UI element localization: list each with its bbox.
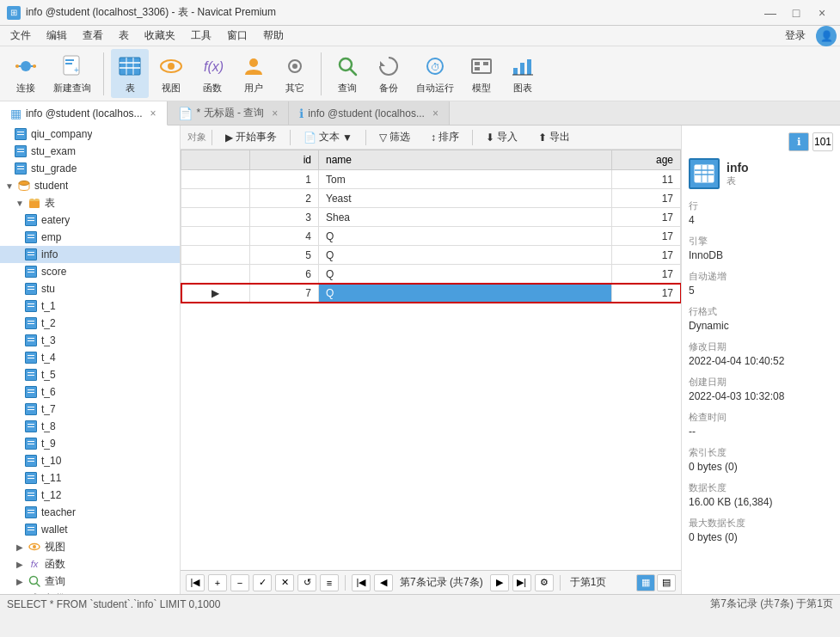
sidebar-item-t1[interactable]: t_1 xyxy=(0,297,180,315)
table-container[interactable]: id name age 1 Tom 11 2 Yeast xyxy=(181,150,681,570)
sidebar-item-t11[interactable]: t_11 xyxy=(0,469,180,487)
sort-button[interactable]: ↕ 排序 xyxy=(423,127,467,147)
menu-view[interactable]: 查看 xyxy=(76,27,110,45)
cell-name-2[interactable]: Yeast xyxy=(319,189,612,208)
toolbar-model[interactable]: 模型 xyxy=(463,49,500,98)
nav-refresh-button[interactable]: ↺ xyxy=(297,574,316,591)
nav-prev[interactable]: ◀ xyxy=(374,574,393,591)
cell-age-7[interactable]: 17 xyxy=(612,284,681,303)
sidebar-item-t5[interactable]: t_5 xyxy=(0,366,180,383)
table-row[interactable]: 5 Q 17 xyxy=(181,246,681,265)
login-button[interactable]: 登录 xyxy=(776,27,814,45)
col-header-id[interactable]: id xyxy=(250,150,319,170)
menu-file[interactable]: 文件 xyxy=(3,27,38,45)
sidebar-item-score[interactable]: score xyxy=(0,263,180,280)
sidebar-item-t12[interactable]: t_12 xyxy=(0,487,180,504)
tab-untitled-query[interactable]: 📄 * 无标题 - 查询 × xyxy=(168,101,290,125)
cell-age-2[interactable]: 17 xyxy=(612,189,681,208)
sidebar-item-student[interactable]: ▼ student xyxy=(0,177,180,194)
sidebar-item-t2[interactable]: t_2 xyxy=(0,315,180,332)
cell-name-1[interactable]: Tom xyxy=(319,170,612,189)
toolbar-function[interactable]: f(x) 函数 xyxy=(193,49,231,98)
toolbar-connect[interactable]: 连接 xyxy=(7,49,45,98)
nav-add-button[interactable]: + xyxy=(208,574,227,591)
export-button[interactable]: ⬆ 导出 xyxy=(530,127,578,147)
sidebar-item-info[interactable]: info xyxy=(0,246,180,263)
expand-backup[interactable]: ▶ xyxy=(14,592,26,594)
sidebar-item-qiu-company[interactable]: qiu_company xyxy=(0,126,180,143)
tab-info-table[interactable]: ▦ info @student (localhos... × xyxy=(0,101,168,126)
sidebar-item-t6[interactable]: t_6 xyxy=(0,383,180,401)
table-row[interactable]: 2 Yeast 17 xyxy=(181,189,681,208)
nav-goto-last[interactable]: ▶| xyxy=(512,574,531,591)
nav-cancel-button[interactable]: ✕ xyxy=(275,574,294,591)
cell-age-5[interactable]: 17 xyxy=(612,246,681,265)
close-button[interactable]: × xyxy=(811,4,833,21)
menu-table[interactable]: 表 xyxy=(112,27,136,45)
expand-tables[interactable]: ▼ xyxy=(14,197,26,209)
toolbar-backup[interactable]: 备份 xyxy=(370,49,408,98)
sidebar-item-emp[interactable]: emp xyxy=(0,229,180,246)
tab-close-1[interactable]: × xyxy=(272,107,278,119)
toolbar-view[interactable]: 视图 xyxy=(152,49,190,98)
nav-first-button[interactable]: |◀ xyxy=(186,574,205,591)
toolbar-new-query[interactable]: + 新建查询 xyxy=(48,49,96,98)
info-button[interactable]: ℹ xyxy=(788,132,809,151)
cell-name-5[interactable]: Q xyxy=(319,246,612,265)
text-button[interactable]: 📄 文本 ▼ xyxy=(296,127,360,147)
cell-id-1[interactable]: 1 xyxy=(250,170,319,189)
nav-next[interactable]: ▶ xyxy=(490,574,509,591)
cell-age-1[interactable]: 11 xyxy=(612,170,681,189)
cell-name-7[interactable]: Q xyxy=(319,284,612,303)
minimize-button[interactable]: — xyxy=(759,4,782,21)
nav-confirm-button[interactable]: ✓ xyxy=(253,574,272,591)
sidebar-item-teacher[interactable]: teacher xyxy=(0,504,180,521)
table-row[interactable]: 4 Q 17 xyxy=(181,227,681,246)
begin-transaction-button[interactable]: ▶ 开始事务 xyxy=(218,127,285,147)
table-row[interactable]: 3 Shea 17 xyxy=(181,208,681,227)
expand-functions[interactable]: ▶ xyxy=(14,558,26,570)
expand-student[interactable]: ▼ xyxy=(3,180,15,192)
maximize-button[interactable]: □ xyxy=(785,4,807,21)
nav-more-button[interactable]: ≡ xyxy=(320,574,339,591)
toolbar-table[interactable]: 表 xyxy=(111,49,149,98)
sidebar-item-stu-exam[interactable]: stu_exam xyxy=(0,143,180,160)
sidebar-item-t4[interactable]: t_4 xyxy=(0,349,180,366)
cell-id-3[interactable]: 3 xyxy=(250,208,319,227)
sidebar-item-views[interactable]: ▶ 视图 xyxy=(0,538,180,555)
sidebar-item-t8[interactable]: t_8 xyxy=(0,418,180,435)
sidebar-item-eatery[interactable]: eatery xyxy=(0,211,180,229)
tab-info-remote[interactable]: ℹ info @student (localhos... × xyxy=(289,101,450,125)
tab-close-0[interactable]: × xyxy=(150,107,156,119)
sidebar-item-stu[interactable]: stu xyxy=(0,280,180,297)
cell-name-4[interactable]: Q xyxy=(319,227,612,246)
sidebar-item-stu-grade[interactable]: stu_grade xyxy=(0,160,180,177)
list-view-button[interactable]: ▤ xyxy=(657,574,676,591)
cell-name-6[interactable]: Q xyxy=(319,265,612,284)
menu-window[interactable]: 窗口 xyxy=(220,27,254,45)
tab-close-2[interactable]: × xyxy=(432,107,438,119)
filter-button[interactable]: ▽ 筛选 xyxy=(371,127,418,147)
nav-delete-button[interactable]: − xyxy=(230,574,249,591)
toolbar-other[interactable]: 其它 xyxy=(276,49,314,98)
cell-age-3[interactable]: 17 xyxy=(612,208,681,227)
expand-views[interactable]: ▶ xyxy=(14,541,26,553)
menu-edit[interactable]: 编辑 xyxy=(40,27,74,45)
sidebar-item-t7[interactable]: t_7 xyxy=(0,401,180,418)
sidebar-item-t10[interactable]: t_10 xyxy=(0,452,180,469)
sidebar-item-tables-folder[interactable]: ▼ 表 xyxy=(0,194,180,211)
expand-queries[interactable]: ▶ xyxy=(14,575,26,587)
table-row[interactable]: 6 Q 17 xyxy=(181,265,681,284)
cell-id-2[interactable]: 2 xyxy=(250,189,319,208)
nav-goto-first[interactable]: |◀ xyxy=(352,574,371,591)
toolbar-query[interactable]: 查询 xyxy=(328,49,366,98)
nav-settings[interactable]: ⚙ xyxy=(535,574,554,591)
cell-id-6[interactable]: 6 xyxy=(250,265,319,284)
sidebar-item-t9[interactable]: t_9 xyxy=(0,435,180,452)
grid-view-button[interactable]: ▦ xyxy=(636,574,655,591)
col-header-age[interactable]: age xyxy=(612,150,681,170)
sidebar-item-t3[interactable]: t_3 xyxy=(0,332,180,349)
cell-id-4[interactable]: 4 xyxy=(250,227,319,246)
cell-age-6[interactable]: 17 xyxy=(612,265,681,284)
cell-age-4[interactable]: 17 xyxy=(612,227,681,246)
